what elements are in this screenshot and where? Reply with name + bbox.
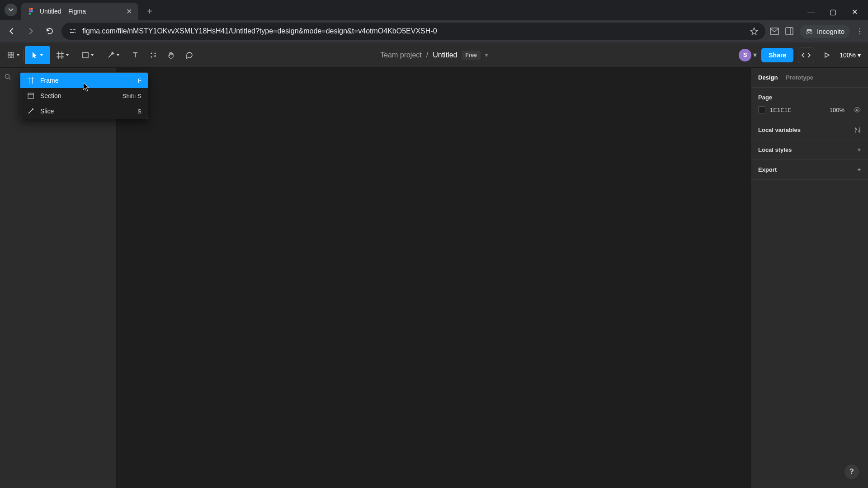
dropdown-shortcut: S <box>137 108 142 115</box>
section-icon <box>27 92 35 100</box>
resources-button[interactable] <box>144 46 162 64</box>
reload-button[interactable] <box>42 24 57 38</box>
incognito-label: Incognito <box>817 28 844 35</box>
right-panel-tabs: Design Prototype <box>751 68 868 88</box>
dropdown-label: Slice <box>40 108 54 115</box>
tab-prototype[interactable]: Prototype <box>786 74 813 81</box>
incognito-badge[interactable]: Incognito <box>800 25 850 38</box>
minimize-icon[interactable]: — <box>807 8 816 16</box>
help-button[interactable]: ? <box>844 465 859 479</box>
back-button[interactable] <box>5 24 19 38</box>
gmail-icon[interactable] <box>770 28 779 35</box>
plus-icon[interactable]: + <box>857 146 861 153</box>
hand-tool-button[interactable] <box>162 46 180 64</box>
svg-rect-9 <box>770 28 778 34</box>
share-button[interactable]: Share <box>761 48 793 62</box>
frame-tool-button[interactable] <box>50 46 75 64</box>
page-opacity[interactable]: 100% <box>830 107 844 113</box>
svg-rect-10 <box>786 28 793 35</box>
local-styles-section[interactable]: Local styles + <box>751 140 868 160</box>
canvas[interactable] <box>117 68 750 488</box>
plus-icon[interactable]: + <box>857 166 861 173</box>
user-menu[interactable]: S ▾ <box>739 49 757 61</box>
dropdown-item-slice[interactable]: Slice S <box>20 103 148 119</box>
url-text: figma.com/file/nMSTY1OKvvXSMLY18HsH41/Un… <box>82 27 437 35</box>
local-variables-section[interactable]: Local variables <box>751 120 868 140</box>
svg-rect-15 <box>8 52 10 55</box>
local-styles-label: Local styles <box>758 146 792 153</box>
side-panel-icon[interactable] <box>785 27 793 35</box>
text-tool-button[interactable] <box>126 46 144 64</box>
slice-icon <box>27 107 35 115</box>
comment-tool-button[interactable] <box>180 46 198 64</box>
zoom-dropdown[interactable]: 100%▾ <box>840 52 863 59</box>
dev-mode-button[interactable] <box>798 47 814 63</box>
figma-body: Frame F Section Shift+S Slice S Design <box>0 68 868 488</box>
forward-button[interactable] <box>24 24 38 38</box>
svg-point-35 <box>856 109 858 111</box>
pen-tool-button[interactable] <box>101 46 126 64</box>
tab-strip: Untitled – Figma ✕ + — ▢ ✕ <box>0 0 868 20</box>
chevron-down-icon[interactable]: ▾ <box>485 52 488 58</box>
svg-rect-8 <box>75 32 75 33</box>
frame-tool-dropdown: Frame F Section Shift+S Slice S <box>20 72 148 119</box>
tab-search-button[interactable] <box>5 4 17 16</box>
breadcrumb-file: Untitled <box>433 51 457 59</box>
close-tab-icon[interactable]: ✕ <box>126 7 132 16</box>
svg-point-4 <box>29 13 31 15</box>
page-color-hex[interactable]: 1E1E1E <box>770 107 825 113</box>
page-color-swatch[interactable] <box>758 106 765 113</box>
breadcrumb-separator: / <box>426 51 428 59</box>
left-panel: Frame F Section Shift+S Slice S <box>0 68 117 488</box>
page-section: Page 1E1E1E 100% <box>751 88 868 120</box>
present-button[interactable] <box>819 47 835 63</box>
separator <box>24 49 24 61</box>
svg-point-2 <box>29 10 31 13</box>
search-icon <box>5 74 11 80</box>
new-tab-button[interactable]: + <box>143 5 156 18</box>
chevron-down-icon: ▾ <box>858 52 861 59</box>
right-panel: Design Prototype Page 1E1E1E 100% Local … <box>750 68 868 488</box>
browser-tab[interactable]: Untitled – Figma ✕ <box>21 3 138 20</box>
dropdown-shortcut: Shift+S <box>123 93 142 99</box>
svg-point-3 <box>31 10 33 13</box>
svg-point-0 <box>29 8 31 10</box>
breadcrumb-project: Team project <box>380 51 422 59</box>
svg-point-24 <box>151 52 152 54</box>
frame-icon <box>27 76 35 84</box>
site-settings-icon[interactable] <box>69 27 77 35</box>
svg-point-12 <box>807 32 809 34</box>
url-bar[interactable]: figma.com/file/nMSTY1OKvvXSMLY18HsH41/Un… <box>61 23 765 40</box>
export-section[interactable]: Export + <box>751 160 868 180</box>
svg-rect-33 <box>28 93 33 99</box>
page-label: Page <box>758 94 861 101</box>
incognito-icon <box>805 28 813 34</box>
mouse-cursor <box>82 82 90 92</box>
svg-point-39 <box>859 130 860 132</box>
visibility-icon[interactable] <box>854 107 861 113</box>
move-tool-button[interactable] <box>25 46 50 64</box>
svg-point-25 <box>155 52 156 54</box>
browser-chrome: Untitled – Figma ✕ + — ▢ ✕ figma.com/fil… <box>0 0 868 42</box>
export-label: Export <box>758 166 777 173</box>
svg-rect-23 <box>83 52 88 58</box>
tab-title: Untitled – Figma <box>40 8 86 15</box>
tab-design[interactable]: Design <box>758 74 778 81</box>
zoom-value: 100% <box>840 52 856 59</box>
maximize-icon[interactable]: ▢ <box>828 8 837 16</box>
settings-icon[interactable] <box>854 127 861 133</box>
svg-line-28 <box>9 78 10 80</box>
window-controls: — ▢ ✕ <box>807 8 868 16</box>
svg-rect-16 <box>11 52 14 55</box>
browser-menu-icon[interactable]: ⋮ <box>856 27 863 36</box>
svg-rect-6 <box>73 29 75 30</box>
bookmark-icon[interactable] <box>750 27 758 35</box>
dropdown-label: Section <box>40 92 61 99</box>
close-window-icon[interactable]: ✕ <box>850 8 859 16</box>
breadcrumb[interactable]: Team project / Untitled Free ▾ <box>380 51 488 60</box>
nav-bar: figma.com/file/nMSTY1OKvvXSMLY18HsH41/Un… <box>0 20 868 42</box>
main-menu-button[interactable] <box>5 46 23 64</box>
svg-rect-18 <box>11 56 14 58</box>
chevron-down-icon: ▾ <box>753 51 757 59</box>
shape-tool-button[interactable] <box>75 46 101 64</box>
